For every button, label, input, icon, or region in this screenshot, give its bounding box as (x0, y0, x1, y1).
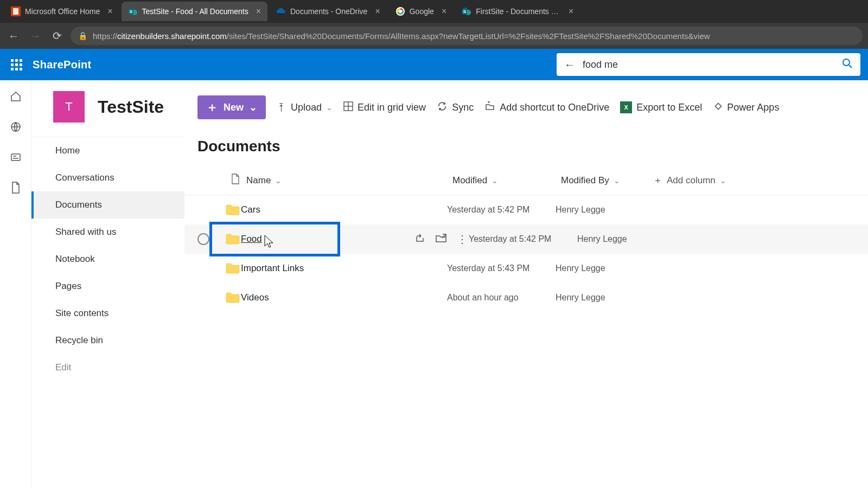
nav-home[interactable]: Home (31, 137, 184, 164)
back-button[interactable]: ← (5, 28, 22, 44)
cmd-label: Upload (291, 102, 322, 113)
chevron-down-icon: ⌄ (275, 176, 282, 185)
folder-icon (225, 291, 241, 304)
home-icon[interactable] (9, 90, 22, 103)
new-button-label: New (224, 102, 244, 113)
search-icon[interactable] (842, 58, 853, 72)
suite-header: SharePoint ← (0, 49, 868, 80)
folder-icon (225, 233, 241, 246)
tab-title: TestSite - Food - All Documents (142, 7, 248, 16)
chevron-down-icon: ⌄ (614, 176, 620, 185)
browser-toolbar: ← → ⟳ 🔒 https://citizenbuilders.sharepoi… (0, 23, 868, 49)
item-name[interactable]: Important Links (241, 263, 304, 274)
excel-icon: X (620, 101, 632, 113)
cmd-label: Edit in grid view (358, 102, 426, 113)
folder-icon (225, 203, 241, 216)
browser-tab[interactable]: S FirstSite - Documents - All Docu × (455, 2, 580, 21)
nav-documents[interactable]: Documents (31, 191, 184, 219)
close-icon[interactable]: × (442, 7, 446, 16)
cmd-label: Add shortcut to OneDrive (500, 102, 609, 113)
table-row[interactable]: Food ⋮ Yesterday at 5:42 PM Henry Legge (184, 224, 868, 254)
table-row[interactable]: Important Links Yesterday at 5:43 PM Hen… (184, 254, 868, 283)
close-icon[interactable]: × (375, 7, 380, 16)
upload-button[interactable]: ⭱ Upload ⌄ (277, 102, 333, 113)
reload-button[interactable]: ⟳ (49, 28, 65, 44)
file-type-icon[interactable] (225, 174, 246, 187)
site-header: T TestSite (31, 80, 184, 137)
news-icon[interactable] (9, 151, 22, 164)
library-title: Documents (184, 134, 868, 166)
close-icon[interactable]: × (569, 7, 573, 16)
open-location-icon[interactable] (435, 233, 447, 246)
back-arrow-icon[interactable]: ← (564, 59, 575, 71)
modified-date: Yesterday at 5:43 PM (447, 264, 529, 273)
select-checkbox[interactable] (197, 233, 209, 245)
modified-by[interactable]: Henry Legge (556, 293, 605, 303)
nav-conversations[interactable]: Conversations (31, 164, 184, 191)
close-icon[interactable]: × (107, 7, 112, 16)
item-name[interactable]: Cars (241, 204, 260, 215)
sharepoint-icon: S (462, 7, 471, 16)
modified-by[interactable]: Henry Legge (577, 234, 627, 244)
browser-tab[interactable]: S TestSite - Food - All Documents × (122, 2, 267, 21)
add-column-button[interactable]: ＋ Add column ⌄ (653, 174, 726, 187)
power-apps-icon (713, 101, 724, 114)
nav-site-contents[interactable]: Site contents (31, 300, 184, 327)
app-launcher-icon[interactable] (8, 56, 25, 73)
nav-shared-with-us[interactable]: Shared with us (31, 219, 184, 246)
more-icon[interactable]: ⋮ (457, 233, 467, 246)
google-icon (395, 7, 405, 16)
plus-icon: ＋ (653, 174, 662, 187)
export-excel-button[interactable]: X Export to Excel (620, 101, 702, 113)
address-bar[interactable]: 🔒 https://citizenbuilders.sharepoint.com… (71, 27, 863, 45)
shortcut-icon (484, 101, 495, 114)
power-apps-button[interactable]: Power Apps (713, 101, 779, 114)
column-name[interactable]: Name ⌄ (246, 175, 452, 186)
browser-tab-strip: Microsoft Office Home × S TestSite - Foo… (0, 0, 868, 23)
new-button[interactable]: ＋ New ⌄ (197, 95, 266, 119)
site-title[interactable]: TestSite (98, 97, 164, 117)
site-logo[interactable]: T (53, 91, 85, 123)
nav-pages[interactable]: Pages (31, 273, 184, 300)
table-row[interactable]: Videos About an hour ago Henry Legge (184, 283, 868, 312)
add-shortcut-button[interactable]: Add shortcut to OneDrive (484, 101, 609, 114)
item-name[interactable]: Videos (241, 292, 269, 303)
cmd-label: Export to Excel (636, 102, 702, 113)
column-modified[interactable]: Modified ⌄ (452, 175, 561, 186)
svg-rect-15 (11, 154, 20, 160)
column-label: Modified (452, 175, 487, 186)
chevron-down-icon: ⌄ (492, 176, 498, 185)
sync-button[interactable]: Sync (437, 101, 474, 114)
search-box[interactable]: ← (557, 53, 860, 76)
tab-title: Documents - OneDrive (290, 7, 367, 16)
browser-tab[interactable]: Microsoft Office Home × (4, 2, 119, 21)
search-input[interactable] (583, 59, 834, 70)
modified-by[interactable]: Henry Legge (556, 205, 605, 215)
column-modified-by[interactable]: Modified By ⌄ (561, 175, 653, 186)
chevron-down-icon: ⌄ (720, 176, 726, 185)
column-header-row: Name ⌄ Modified ⌄ Modified By ⌄ ＋ Add co… (184, 166, 868, 195)
cmd-label: Power Apps (727, 102, 779, 113)
close-icon[interactable]: × (256, 7, 261, 16)
share-icon[interactable] (414, 233, 425, 246)
plus-icon: ＋ (206, 99, 218, 115)
edit-grid-button[interactable]: Edit in grid view (343, 101, 426, 114)
nav-edit[interactable]: Edit (31, 354, 184, 381)
globe-icon[interactable] (9, 120, 22, 133)
browser-tab[interactable]: Documents - OneDrive × (270, 2, 387, 21)
browser-tab[interactable]: Google × (389, 2, 454, 21)
modified-by[interactable]: Henry Legge (556, 264, 605, 273)
files-icon[interactable] (9, 181, 22, 194)
app-name[interactable]: SharePoint (33, 59, 92, 71)
nav-recycle-bin[interactable]: Recycle bin (31, 327, 184, 354)
nav-notebook[interactable]: Notebook (31, 246, 184, 273)
svg-rect-1 (13, 8, 18, 15)
item-name[interactable]: Food (241, 234, 262, 245)
table-row[interactable]: Cars Yesterday at 5:42 PM Henry Legge (184, 195, 868, 224)
forward-button: → (27, 28, 43, 44)
folder-icon (225, 262, 241, 275)
url-text: https://citizenbuilders.sharepoint.com/s… (93, 31, 710, 41)
tab-title: FirstSite - Documents - All Docu (476, 7, 561, 16)
modified-date: Yesterday at 5:42 PM (469, 234, 551, 244)
command-bar: ＋ New ⌄ ⭱ Upload ⌄ Edit in grid view Syn… (184, 80, 868, 134)
